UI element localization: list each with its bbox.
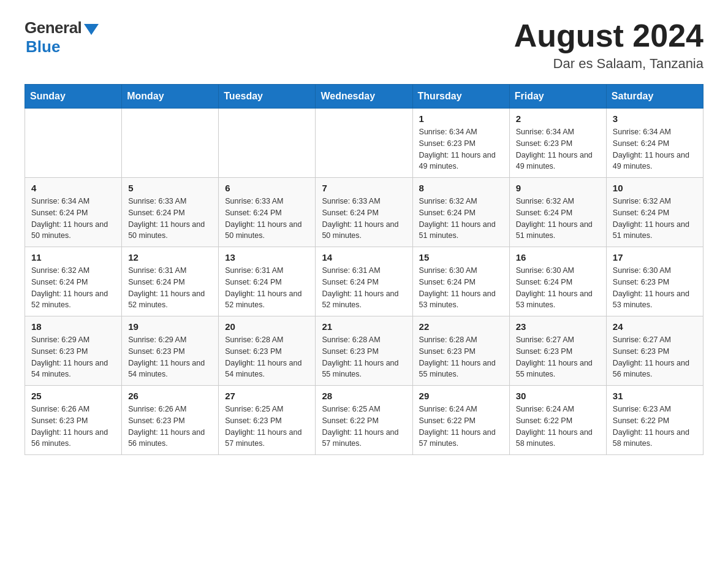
page-header: General Blue August 2024 Dar es Salaam, … xyxy=(25,18,703,72)
calendar-cell xyxy=(122,109,219,178)
location-text: Dar es Salaam, Tanzania xyxy=(514,56,703,72)
day-number: 16 xyxy=(516,252,600,262)
day-number: 8 xyxy=(419,183,503,193)
calendar-cell: 12Sunrise: 6:31 AMSunset: 6:24 PMDayligh… xyxy=(122,247,219,316)
calendar-cell: 22Sunrise: 6:28 AMSunset: 6:23 PMDayligh… xyxy=(412,316,509,386)
calendar-cell: 20Sunrise: 6:28 AMSunset: 6:23 PMDayligh… xyxy=(219,316,316,386)
week-row-3: 11Sunrise: 6:32 AMSunset: 6:24 PMDayligh… xyxy=(25,247,703,316)
day-info: Sunrise: 6:33 AMSunset: 6:24 PMDaylight:… xyxy=(128,196,212,242)
calendar-cell: 27Sunrise: 6:25 AMSunset: 6:23 PMDayligh… xyxy=(219,386,316,455)
day-info: Sunrise: 6:27 AMSunset: 6:23 PMDaylight:… xyxy=(516,334,600,380)
weekday-header-saturday: Saturday xyxy=(606,85,703,109)
week-row-4: 18Sunrise: 6:29 AMSunset: 6:23 PMDayligh… xyxy=(25,316,703,386)
day-number: 11 xyxy=(31,252,115,262)
calendar-cell: 13Sunrise: 6:31 AMSunset: 6:24 PMDayligh… xyxy=(219,247,316,316)
weekday-header-sunday: Sunday xyxy=(25,85,122,109)
day-info: Sunrise: 6:34 AMSunset: 6:24 PMDaylight:… xyxy=(31,196,115,242)
weekday-header-wednesday: Wednesday xyxy=(316,85,412,109)
weekday-header-monday: Monday xyxy=(122,85,219,109)
day-info: Sunrise: 6:32 AMSunset: 6:24 PMDaylight:… xyxy=(516,196,600,242)
day-number: 14 xyxy=(322,252,406,262)
day-number: 19 xyxy=(128,321,212,332)
day-info: Sunrise: 6:25 AMSunset: 6:23 PMDaylight:… xyxy=(225,404,309,450)
calendar-cell: 29Sunrise: 6:24 AMSunset: 6:22 PMDayligh… xyxy=(412,386,509,455)
weekday-header-row: SundayMondayTuesdayWednesdayThursdayFrid… xyxy=(25,85,703,109)
calendar-cell: 21Sunrise: 6:28 AMSunset: 6:23 PMDayligh… xyxy=(316,316,412,386)
calendar-cell: 18Sunrise: 6:29 AMSunset: 6:23 PMDayligh… xyxy=(25,316,122,386)
calendar-cell: 30Sunrise: 6:24 AMSunset: 6:22 PMDayligh… xyxy=(509,386,606,455)
calendar-cell: 14Sunrise: 6:31 AMSunset: 6:24 PMDayligh… xyxy=(316,247,412,316)
day-number: 15 xyxy=(419,252,503,262)
day-info: Sunrise: 6:23 AMSunset: 6:22 PMDaylight:… xyxy=(613,404,697,450)
logo: General Blue xyxy=(25,18,99,56)
logo-blue-text: Blue xyxy=(26,37,60,56)
logo-general-text: General xyxy=(25,18,82,37)
day-number: 9 xyxy=(516,183,600,193)
calendar-cell: 28Sunrise: 6:25 AMSunset: 6:22 PMDayligh… xyxy=(316,386,412,455)
day-number: 10 xyxy=(613,183,697,193)
day-info: Sunrise: 6:33 AMSunset: 6:24 PMDaylight:… xyxy=(225,196,309,242)
calendar-cell: 26Sunrise: 6:26 AMSunset: 6:23 PMDayligh… xyxy=(122,386,219,455)
day-number: 27 xyxy=(225,391,309,401)
calendar-cell: 17Sunrise: 6:30 AMSunset: 6:23 PMDayligh… xyxy=(606,247,703,316)
day-number: 5 xyxy=(128,183,212,193)
day-info: Sunrise: 6:32 AMSunset: 6:24 PMDaylight:… xyxy=(613,196,697,242)
day-number: 22 xyxy=(419,321,503,332)
calendar-cell: 2Sunrise: 6:34 AMSunset: 6:23 PMDaylight… xyxy=(509,109,606,178)
day-info: Sunrise: 6:31 AMSunset: 6:24 PMDaylight:… xyxy=(322,265,406,311)
day-info: Sunrise: 6:26 AMSunset: 6:23 PMDaylight:… xyxy=(31,404,115,450)
day-info: Sunrise: 6:26 AMSunset: 6:23 PMDaylight:… xyxy=(128,404,212,450)
day-info: Sunrise: 6:28 AMSunset: 6:23 PMDaylight:… xyxy=(322,334,406,380)
day-number: 1 xyxy=(419,113,503,124)
month-title: August 2024 xyxy=(514,18,703,53)
day-number: 28 xyxy=(322,391,406,401)
calendar-cell: 3Sunrise: 6:34 AMSunset: 6:24 PMDaylight… xyxy=(606,109,703,178)
day-info: Sunrise: 6:33 AMSunset: 6:24 PMDaylight:… xyxy=(322,196,406,242)
week-row-2: 4Sunrise: 6:34 AMSunset: 6:24 PMDaylight… xyxy=(25,178,703,247)
day-number: 18 xyxy=(31,321,115,332)
day-number: 21 xyxy=(322,321,406,332)
day-number: 29 xyxy=(419,391,503,401)
calendar-cell xyxy=(219,109,316,178)
day-info: Sunrise: 6:31 AMSunset: 6:24 PMDaylight:… xyxy=(225,265,309,311)
day-number: 17 xyxy=(613,252,697,262)
calendar-cell: 19Sunrise: 6:29 AMSunset: 6:23 PMDayligh… xyxy=(122,316,219,386)
day-info: Sunrise: 6:32 AMSunset: 6:24 PMDaylight:… xyxy=(31,265,115,311)
day-number: 2 xyxy=(516,113,600,124)
day-info: Sunrise: 6:32 AMSunset: 6:24 PMDaylight:… xyxy=(419,196,503,242)
week-row-5: 25Sunrise: 6:26 AMSunset: 6:23 PMDayligh… xyxy=(25,386,703,455)
logo-arrow-icon xyxy=(84,24,99,35)
day-info: Sunrise: 6:34 AMSunset: 6:23 PMDaylight:… xyxy=(419,126,503,172)
calendar-cell: 1Sunrise: 6:34 AMSunset: 6:23 PMDaylight… xyxy=(412,109,509,178)
calendar-table: SundayMondayTuesdayWednesdayThursdayFrid… xyxy=(25,84,703,455)
weekday-header-tuesday: Tuesday xyxy=(219,85,316,109)
calendar-cell: 7Sunrise: 6:33 AMSunset: 6:24 PMDaylight… xyxy=(316,178,412,247)
day-number: 23 xyxy=(516,321,600,332)
calendar-cell xyxy=(316,109,412,178)
day-number: 26 xyxy=(128,391,212,401)
calendar-cell xyxy=(25,109,122,178)
calendar-cell: 25Sunrise: 6:26 AMSunset: 6:23 PMDayligh… xyxy=(25,386,122,455)
calendar-cell: 8Sunrise: 6:32 AMSunset: 6:24 PMDaylight… xyxy=(412,178,509,247)
weekday-header-friday: Friday xyxy=(509,85,606,109)
day-info: Sunrise: 6:27 AMSunset: 6:23 PMDaylight:… xyxy=(613,334,697,380)
day-info: Sunrise: 6:24 AMSunset: 6:22 PMDaylight:… xyxy=(516,404,600,450)
calendar-cell: 11Sunrise: 6:32 AMSunset: 6:24 PMDayligh… xyxy=(25,247,122,316)
weekday-header-thursday: Thursday xyxy=(412,85,509,109)
calendar-cell: 5Sunrise: 6:33 AMSunset: 6:24 PMDaylight… xyxy=(122,178,219,247)
calendar-cell: 23Sunrise: 6:27 AMSunset: 6:23 PMDayligh… xyxy=(509,316,606,386)
day-number: 25 xyxy=(31,391,115,401)
day-number: 31 xyxy=(613,391,697,401)
calendar-cell: 10Sunrise: 6:32 AMSunset: 6:24 PMDayligh… xyxy=(606,178,703,247)
day-info: Sunrise: 6:29 AMSunset: 6:23 PMDaylight:… xyxy=(31,334,115,380)
calendar-cell: 15Sunrise: 6:30 AMSunset: 6:24 PMDayligh… xyxy=(412,247,509,316)
day-number: 30 xyxy=(516,391,600,401)
day-number: 12 xyxy=(128,252,212,262)
day-info: Sunrise: 6:29 AMSunset: 6:23 PMDaylight:… xyxy=(128,334,212,380)
day-info: Sunrise: 6:25 AMSunset: 6:22 PMDaylight:… xyxy=(322,404,406,450)
day-number: 20 xyxy=(225,321,309,332)
calendar-cell: 24Sunrise: 6:27 AMSunset: 6:23 PMDayligh… xyxy=(606,316,703,386)
calendar-cell: 4Sunrise: 6:34 AMSunset: 6:24 PMDaylight… xyxy=(25,178,122,247)
day-number: 24 xyxy=(613,321,697,332)
day-number: 3 xyxy=(613,113,697,124)
